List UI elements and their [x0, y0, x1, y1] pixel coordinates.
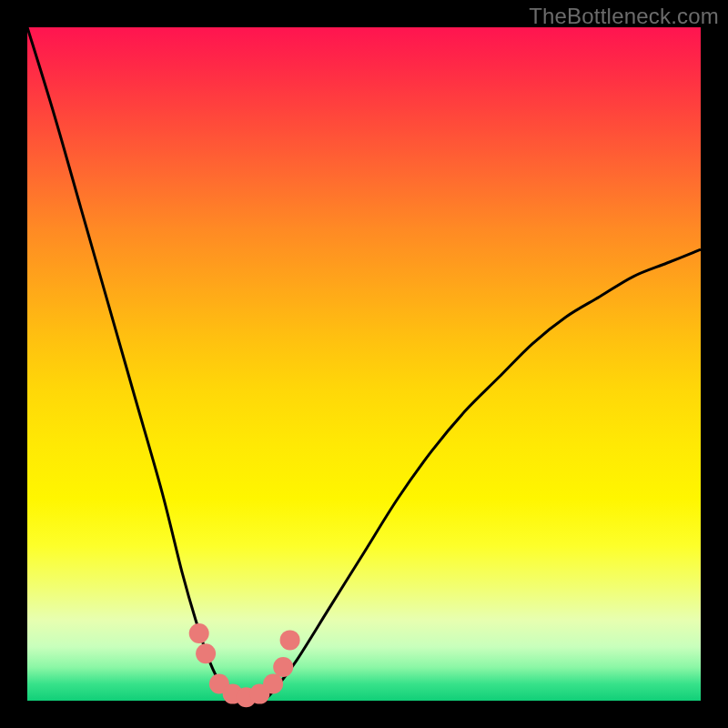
range-dots	[189, 623, 300, 707]
range-dot	[189, 623, 209, 643]
bottleneck-curve	[27, 27, 701, 702]
range-dot	[263, 674, 283, 694]
plot-area	[27, 27, 701, 701]
range-dot	[273, 657, 293, 677]
curve-layer	[27, 27, 701, 701]
range-dot	[280, 630, 300, 650]
chart-stage: TheBottleneck.com	[0, 0, 728, 728]
range-dot	[196, 643, 216, 663]
watermark-text: TheBottleneck.com	[529, 4, 719, 29]
